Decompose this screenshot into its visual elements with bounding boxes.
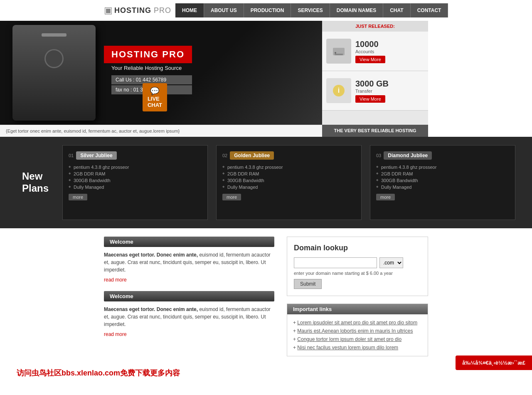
nav-home[interactable]: HOME <box>175 3 204 17</box>
plan-diamond-header: 03 Diamond Jubliee <box>376 151 509 160</box>
domain-lookup-title: Domain lookup <box>294 244 421 252</box>
just-released-header: JUST RELEASED: <box>322 21 428 32</box>
important-links-panel: Important links Lorem ipsudoler sit amet… <box>287 304 428 356</box>
plan-feature: Dully Managed <box>222 184 355 190</box>
domain-hint: enter your domain name starting at $ 6.0… <box>294 271 421 276</box>
tagline-bar: {Eget tortor onec enim ante, euismod id,… <box>0 125 532 137</box>
svg-text:i: i <box>338 87 340 94</box>
domain-input-row: .com .net .org .info <box>294 257 421 268</box>
svg-rect-1 <box>335 54 343 55</box>
hero-content: HOSTING PRO Your Reliable Hosting Source… <box>104 46 192 94</box>
imp-link-2[interactable]: Mauris est.Aenean lobortis enim in mauri… <box>297 328 413 334</box>
plan-diamond-num: 03 <box>376 153 381 158</box>
nav-chat[interactable]: CHAT <box>383 3 410 17</box>
plan-golden-features: pentium 4.3.8 ghz prosseor 2GB DDR RAM 3… <box>222 164 355 190</box>
domain-input[interactable] <box>294 257 377 268</box>
plan-silver-num: 01 <box>69 153 74 158</box>
nav-production[interactable]: PRODUCTION <box>244 3 291 17</box>
just-released-label: JUST RELEASED: <box>355 24 395 29</box>
imp-link-3[interactable]: Congue tortor lorm ipsum doler sit amet … <box>297 336 401 342</box>
hero-banner: HOSTING PRO Your Reliable Hosting Source… <box>0 21 322 125</box>
domain-lookup-panel: Domain lookup .com .net .org .info enter… <box>287 237 428 296</box>
transfer-info: 3000 GB Transfer View More <box>355 79 389 103</box>
plan-silver-more[interactable]: more <box>69 194 87 200</box>
plan-feature: pentium 4.3.8 ghz prosseor <box>222 164 355 170</box>
release-accounts: 10000 Accounts View More <box>322 32 428 71</box>
welcome-2-gap: Welcome Maecenas eget tortor. Donec enim… <box>104 291 274 337</box>
welcome-header-1: Welcome <box>104 237 274 247</box>
logo: ▣ HOSTING PRO <box>104 5 171 16</box>
accounts-label: Accounts <box>355 49 385 54</box>
live-chat-button[interactable]: 💬 LIVECHAT <box>143 83 167 111</box>
releases-panel: JUST RELEASED: 10000 Accounts View More … <box>322 21 428 125</box>
nav-domains[interactable]: DOMAIN NAMES <box>330 3 383 17</box>
popup-button[interactable]: å‰¼å¾¤€ä¸‹è½½æ›´`æ£ <box>456 356 532 370</box>
accounts-view-more[interactable]: View More <box>355 56 385 63</box>
plan-golden: 02 Golden Jubliee pentium 4.3.8 ghz pros… <box>216 145 362 220</box>
plan-golden-name: Golden Jubliee <box>230 151 274 160</box>
welcome-text-2: Maecenas eget tortor. Donec enim ante, e… <box>104 306 274 328</box>
bottom-right: Domain lookup .com .net .org .info enter… <box>287 237 428 356</box>
plan-golden-header: 02 Golden Jubliee <box>222 151 355 160</box>
plan-feature: 300GB Bandwidth <box>376 177 509 184</box>
plan-diamond-more[interactable]: more <box>376 194 395 200</box>
server-image <box>12 25 96 121</box>
plans-section: New Plans 01 Silver Jubliee pentium 4.3.… <box>0 137 532 228</box>
watermark: 访问虫鸟社区bbs.xlenlao.com免费下载更多内容 <box>0 365 532 381</box>
bottom-section: Welcome Maecenas eget tortor. Donec enim… <box>0 228 532 365</box>
accounts-info: 10000 Accounts View More <box>355 40 385 63</box>
domain-extension-select[interactable]: .com .net .org .info <box>379 257 403 268</box>
plan-silver-name: Silver Jubliee <box>76 151 116 160</box>
logo-pro: PRO <box>154 6 171 15</box>
domain-submit-button[interactable]: Submit <box>294 279 322 289</box>
accounts-icon <box>326 39 351 64</box>
nav-services[interactable]: SERVICES <box>291 3 330 17</box>
transfer-view-more[interactable]: View More <box>355 95 385 103</box>
plan-feature: pentium 4.3.8 ghz prosseor <box>69 164 202 170</box>
bottom-left: Welcome Maecenas eget tortor. Donec enim… <box>104 237 274 356</box>
hero-title-box: HOSTING PRO <box>104 46 192 63</box>
plan-silver-header: 01 Silver Jubliee <box>69 151 202 160</box>
hero-section: HOSTING PRO Your Reliable Hosting Source… <box>0 21 532 125</box>
plan-feature: 300GB Bandwidth <box>222 177 355 184</box>
plan-silver-features: pentium 4.3.8 ghz prosseor 2GB DDR RAM 3… <box>69 164 202 190</box>
tagline-right: THE VERY BEST RELIABLE HOSTING <box>322 125 428 137</box>
plan-golden-more[interactable]: more <box>222 194 241 200</box>
nav-about[interactable]: ABOUT US <box>204 3 244 17</box>
transfer-label: Transfer <box>355 89 389 94</box>
hero-subtitle: Your Reliable Hosting Source <box>104 65 192 71</box>
read-more-1[interactable]: read more <box>104 277 127 283</box>
imp-link-item: Mauris est.Aenean lobortis enim in mauri… <box>293 327 422 335</box>
chat-label: LIVECHAT <box>148 96 162 108</box>
imp-link-item: Congue tortor lorm ipsum doler sit amet … <box>293 335 422 343</box>
plans-title: New Plans <box>17 145 54 220</box>
main-nav: HOME ABOUT US PRODUCTION SERVICES DOMAIN… <box>175 3 448 17</box>
accounts-number: 10000 <box>355 40 385 49</box>
plan-diamond-name: Diamond Jubliee <box>384 151 432 160</box>
imp-link-4[interactable]: Nisi nec facilus vestun lorem ipsum dilo… <box>297 345 398 351</box>
release-transfer: i 3000 GB Transfer View More <box>322 71 428 111</box>
nav-contact[interactable]: CONTACT <box>411 3 448 17</box>
plan-feature: 2GB DDR RAM <box>222 170 355 177</box>
hero-brand: HOSTING PRO <box>111 49 185 59</box>
important-links-header: Important links <box>287 304 428 314</box>
read-more-2[interactable]: read more <box>104 331 127 337</box>
chat-icon: 💬 <box>150 86 159 96</box>
imp-link-item: Lorem ipsudoler sit amet pro dio sit ame… <box>293 318 422 327</box>
imp-link-1[interactable]: Lorem ipsudoler sit amet pro dio sit ame… <box>297 320 417 326</box>
transfer-number: 3000 GB <box>355 79 389 89</box>
plan-feature: 300GB Bandwidth <box>69 177 202 184</box>
imp-link-item: Nisi nec facilus vestun lorem ipsum dilo… <box>293 343 422 352</box>
logo-icon: ▣ <box>104 5 113 16</box>
welcome-text-1: Maecenas eget tortor. Donec enim ante, e… <box>104 251 274 274</box>
transfer-icon: i <box>326 78 351 103</box>
welcome-header-2: Welcome <box>104 291 274 301</box>
plan-feature: Dully Managed <box>376 184 509 190</box>
plan-feature: 2GB DDR RAM <box>69 170 202 177</box>
logo-brand: HOSTING PRO <box>114 6 171 15</box>
plan-feature: pentium 4.3.8 ghz prosseor <box>376 164 509 170</box>
tagline-text: {Eget tortor onec enim ante, euismod id,… <box>0 125 322 137</box>
plan-silver: 01 Silver Jubliee pentium 4.3.8 ghz pros… <box>62 145 208 220</box>
plan-diamond-features: pentium 4.3.8 ghz prosseor 2GB DDR RAM 3… <box>376 164 509 190</box>
plan-feature: 2GB DDR RAM <box>376 170 509 177</box>
